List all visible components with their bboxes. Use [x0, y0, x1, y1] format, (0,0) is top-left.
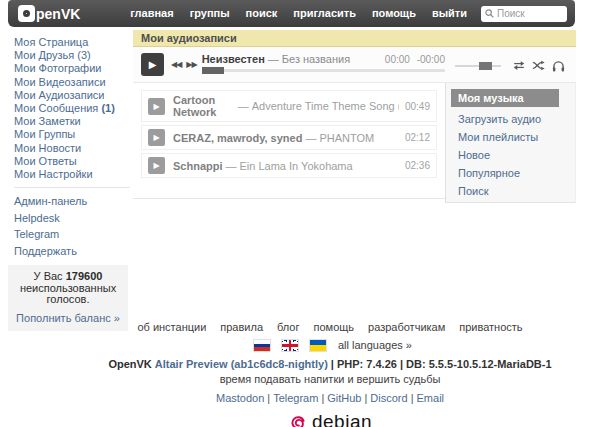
- audio-player: ▶ ◀◀ ▶▶ Неизвестен — Без названия 00:00 …: [133, 47, 576, 83]
- sidebar-item-my-notes[interactable]: Мои Заметки: [14, 115, 130, 128]
- footer-release-link[interactable]: Altair Preview (ab1c6dc8-nightly): [155, 358, 328, 370]
- track-play-button[interactable]: ▶: [148, 98, 165, 115]
- track-row[interactable]: ▶ CERAZ, mawrody, syned — PHANTOM 02:12: [141, 125, 437, 150]
- track-title: PHANTOM: [319, 132, 374, 144]
- previous-track-icon[interactable]: ◀◀: [171, 60, 181, 69]
- track-title: Ein Lama In Yokohama: [240, 160, 353, 172]
- votes-balance-line1: У Вас 179600: [10, 271, 126, 283]
- messages-count: (1): [101, 102, 114, 114]
- player-track-title: Без названия: [282, 53, 350, 65]
- flag-russia-icon[interactable]: [254, 340, 270, 351]
- play-icon: ▶: [153, 102, 159, 111]
- track-duration: 02:12: [399, 132, 430, 143]
- track-row[interactable]: ▶ Schnappi — Ein Lama In Yokohama 02:36: [141, 153, 437, 178]
- header-search-box[interactable]: [481, 6, 567, 22]
- seek-bar[interactable]: [202, 69, 445, 72]
- seek-thumb[interactable]: [202, 67, 224, 74]
- sidebar-item-my-groups[interactable]: Мои Группы: [14, 128, 130, 141]
- page-footer: об инстанцииправилаблогпомощьразработчик…: [50, 321, 604, 427]
- search-icon: [485, 9, 494, 18]
- track-artist: Cartoon Network: [173, 94, 235, 118]
- track-row[interactable]: ▶ Cartoon Network — Adventure Time Theme…: [141, 90, 437, 122]
- sidebar-item-my-friends[interactable]: Мои Друзья (3): [14, 49, 130, 62]
- footer-link-blog[interactable]: блог: [277, 321, 299, 333]
- volume-slider[interactable]: [455, 65, 501, 67]
- nav-item-help[interactable]: помощь: [364, 0, 424, 27]
- sidebar-item-my-messages[interactable]: Мои Сообщения (1): [14, 102, 130, 115]
- track-title: Adventure Time Theme Song (VGR Remix): [252, 100, 399, 112]
- openvk-logo[interactable]: penVK: [18, 5, 80, 22]
- menu-item-upload-audio[interactable]: Загрузить аудио: [451, 111, 559, 127]
- friends-count: (3): [77, 49, 90, 61]
- menu-item-new[interactable]: Новое: [451, 147, 559, 163]
- footer-links: об инстанцииправилаблогпомощьразработчик…: [50, 321, 604, 333]
- sidebar-item-my-answers[interactable]: Мои Ответы: [14, 155, 130, 168]
- nav-item-logout[interactable]: выйти: [424, 0, 475, 27]
- audio-side-menu: Моя музыка Загрузить аудио Мои плейлисты…: [445, 83, 576, 203]
- sidebar-item-my-settings[interactable]: Мои Настройки: [14, 168, 130, 181]
- sidebar-item-my-videos[interactable]: Мои Видеозаписи: [14, 76, 130, 89]
- sidebar-item-my-page[interactable]: Моя Страница: [14, 36, 130, 49]
- track-list: ▶ Cartoon Network — Adventure Time Theme…: [133, 83, 445, 199]
- sidebar-item-my-news[interactable]: Мои Новости: [14, 142, 130, 155]
- menu-item-my-music[interactable]: Моя музыка: [451, 89, 559, 107]
- menu-item-my-playlists[interactable]: Мои плейлисты: [451, 129, 559, 145]
- social-link-mastodon[interactable]: Mastodon: [216, 392, 264, 404]
- track-duration: 02:36: [399, 160, 430, 171]
- track-artist: Schnappi: [173, 160, 223, 172]
- footer-link-about-instance[interactable]: об инстанции: [137, 321, 206, 333]
- flag-ukraine-icon[interactable]: [310, 340, 326, 351]
- footer-version-line: OpenVKAltair Preview (ab1c6dc8-nightly)|…: [50, 358, 604, 370]
- time-elapsed: 00:00: [385, 54, 410, 65]
- page-title: Мои аудиозаписи: [133, 30, 576, 47]
- nav-item-invite[interactable]: пригласить: [285, 0, 364, 27]
- play-icon: ▶: [149, 59, 157, 70]
- openvk-logo-text: penVK: [36, 6, 80, 22]
- sidebar-item-helpdesk[interactable]: Helpdesk: [14, 212, 130, 224]
- footer-languages: all languages »: [50, 339, 604, 351]
- footer-link-help[interactable]: помощь: [314, 321, 355, 333]
- repeat-icon[interactable]: [512, 60, 526, 73]
- flag-uk-icon[interactable]: [282, 340, 298, 351]
- artist-title-separator: —: [305, 132, 316, 144]
- volume-thumb[interactable]: [479, 62, 492, 70]
- sidebar-item-donate[interactable]: Поддержать: [14, 245, 130, 257]
- search-input[interactable]: [497, 8, 561, 19]
- track-duration: 00:49: [399, 101, 430, 112]
- headphones-icon[interactable]: [552, 60, 565, 74]
- nav-item-groups[interactable]: группы: [182, 0, 238, 27]
- footer-link-developers[interactable]: разработчикам: [368, 321, 445, 333]
- main-content: Мои аудиозаписи ▶ ◀◀ ▶▶ Неизвестен — Без…: [133, 30, 576, 203]
- play-icon: ▶: [153, 133, 159, 142]
- footer-link-privacy[interactable]: приватность: [459, 321, 522, 333]
- debian-powered-link[interactable]: debian POWERED: [288, 412, 372, 427]
- player-play-button[interactable]: ▶: [141, 53, 164, 76]
- social-link-github[interactable]: GitHub: [327, 392, 361, 404]
- player-times: 00:00 -00:00: [381, 54, 445, 65]
- sidebar-item-telegram[interactable]: Telegram: [14, 228, 130, 240]
- next-track-icon[interactable]: ▶▶: [186, 60, 196, 69]
- play-icon: ▶: [153, 161, 159, 170]
- menu-item-popular[interactable]: Популярное: [451, 165, 559, 181]
- social-link-discord[interactable]: Discord: [370, 392, 407, 404]
- shuffle-icon[interactable]: [532, 60, 546, 73]
- all-languages-link[interactable]: all languages »: [338, 339, 412, 351]
- nav-item-search[interactable]: поиск: [238, 0, 286, 27]
- player-track-info: Неизвестен — Без названия 00:00 -00:00: [202, 53, 445, 72]
- track-play-button[interactable]: ▶: [148, 157, 165, 174]
- sidebar-item-admin-panel[interactable]: Админ-панель: [14, 195, 130, 207]
- sidebar-item-my-audios[interactable]: Мои Аудиозаписи: [14, 89, 130, 102]
- sidebar-item-my-photos[interactable]: Мои Фотографии: [14, 62, 130, 75]
- social-link-email[interactable]: Email: [417, 392, 445, 404]
- debian-wordmark: debian POWERED: [312, 413, 372, 427]
- left-sidebar: Моя Страница Мои Друзья (3) Мои Фотограф…: [14, 36, 130, 331]
- footer-link-rules[interactable]: правила: [220, 321, 263, 333]
- track-play-button[interactable]: ▶: [148, 129, 165, 146]
- nav-item-home[interactable]: главная: [122, 0, 181, 27]
- votes-amount: 179600: [66, 270, 103, 282]
- social-link-telegram[interactable]: Telegram: [273, 392, 318, 404]
- openvk-logo-icon: [18, 5, 35, 22]
- footer-motto: время подавать напитки и вершить судьбы: [50, 373, 604, 385]
- menu-item-search[interactable]: Поиск: [451, 183, 559, 199]
- top-nav-links: главная группы поиск пригласить помощь в…: [122, 0, 575, 27]
